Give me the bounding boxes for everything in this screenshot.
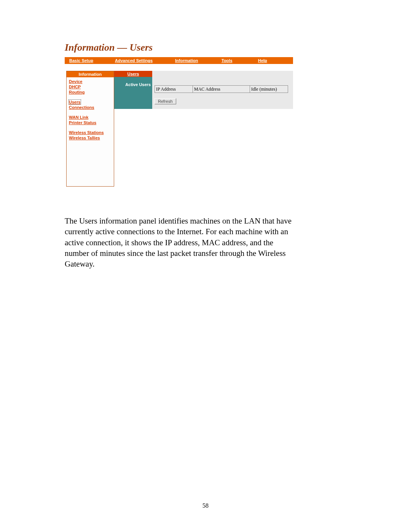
sidebar-link-wan-link[interactable]: WAN Link	[69, 115, 88, 120]
sub-panel-title: Users	[114, 71, 152, 77]
nav-advanced-settings[interactable]: Advanced Settings	[113, 58, 174, 63]
sidebar-link-device[interactable]: Device	[69, 79, 82, 84]
section-heading: Information — Users	[65, 42, 346, 53]
sidebar-link-routing[interactable]: Routing	[69, 90, 85, 94]
sidebar-link-connections[interactable]: Connections	[69, 105, 94, 110]
active-users-table: IP Address MAC Address Idle (minutes)	[155, 85, 288, 93]
nav-basic-setup[interactable]: Basic Setup	[68, 58, 113, 63]
sidebar-link-printer-status[interactable]: Printer Status	[69, 120, 96, 125]
sidebar: Information Device DHCP Routing Users Co…	[66, 71, 114, 187]
router-admin-screenshot: Basic Setup Advanced Settings Informatio…	[65, 57, 293, 203]
content-area: IP Address MAC Address Idle (minutes) Re…	[152, 71, 293, 109]
sidebar-link-wireless-tallies[interactable]: Wireless Tallies	[69, 136, 100, 140]
nav-information[interactable]: Information	[174, 58, 220, 63]
table-header-row: IP Address MAC Address Idle (minutes)	[155, 86, 288, 93]
refresh-button[interactable]: Refresh	[155, 98, 176, 104]
description-paragraph: The Users information panel identifies m…	[65, 216, 293, 270]
sidebar-link-dhcp[interactable]: DHCP	[69, 85, 81, 89]
sub-panel: Users Active Users	[114, 71, 152, 109]
top-nav-bar: Basic Setup Advanced Settings Informatio…	[65, 57, 293, 64]
sub-panel-subtitle: Active Users	[114, 82, 152, 87]
col-ip-address: IP Address	[155, 86, 193, 93]
nav-help[interactable]: Help	[256, 58, 269, 63]
page-number: 58	[0, 502, 411, 509]
col-mac-address: MAC Address	[193, 86, 250, 93]
sidebar-links: Device DHCP Routing Users Connections WA…	[67, 77, 114, 186]
document-page: Information — Users Basic Setup Advanced…	[0, 0, 411, 532]
sidebar-link-wireless-stations[interactable]: Wireless Stations	[69, 130, 104, 135]
sidebar-link-users[interactable]: Users	[69, 100, 81, 104]
col-idle-minutes: Idle (minutes)	[250, 86, 288, 93]
nav-tools[interactable]: Tools	[220, 58, 256, 63]
sidebar-header: Information	[67, 71, 114, 77]
